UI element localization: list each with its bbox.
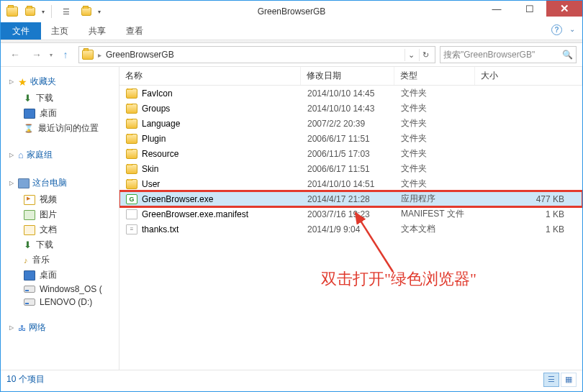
file-row[interactable]: thanks.txt2014/1/9 9:04文本文档1 KB [119, 222, 582, 237]
view-icons-button[interactable]: ▦ [561, 373, 577, 387]
nav-up-button[interactable]: ↑ [57, 46, 74, 63]
col-date[interactable]: 修改日期 [301, 67, 394, 85]
sidebar-item-downloads2[interactable]: ⬇下载 [8, 237, 119, 252]
address-drop-icon[interactable]: ⌄ [405, 49, 417, 61]
file-date: 2014/10/10 14:43 [302, 104, 395, 114]
file-row[interactable]: Groups2014/10/10 14:43文件夹 [119, 101, 582, 116]
ribbon-file-tab[interactable]: 文件 [1, 22, 41, 40]
file-date: 2014/1/9 9:04 [302, 224, 395, 234]
file-type: 文本文档 [395, 223, 476, 235]
sidebar-item-pictures[interactable]: 图片 [8, 207, 119, 222]
window-title: GreenBrowserGB [258, 6, 326, 17]
search-input[interactable]: 搜索"GreenBrowserGB" 🔍 [440, 46, 577, 63]
file-date: 2014/10/10 14:51 [302, 179, 395, 189]
search-icon[interactable]: 🔍 [562, 50, 573, 60]
sidebar-item-desktop[interactable]: 桌面 [8, 106, 119, 121]
file-size: 1 KB [476, 209, 582, 219]
file-type: 应用程序 [395, 193, 476, 205]
file-txt-icon [126, 224, 137, 234]
qat-newfolder-icon[interactable] [78, 4, 94, 19]
file-folder-icon [126, 104, 137, 114]
desktop-icon [24, 270, 35, 281]
file-exe-icon [126, 194, 137, 204]
qat-app-icon[interactable] [22, 4, 38, 19]
status-bar: 10 个项目 ☰ ▦ [1, 370, 582, 388]
file-size: 477 KB [476, 194, 582, 204]
file-row[interactable]: Language2007/2/2 20:39文件夹 [119, 116, 582, 131]
file-name: thanks.txt [142, 224, 178, 234]
pc-icon [18, 178, 30, 188]
status-item-count: 10 个项目 [6, 373, 45, 386]
file-type: 文件夹 [395, 147, 476, 160]
nav-history-drop-icon[interactable]: ▾ [50, 52, 53, 58]
file-row[interactable]: Skin2006/6/17 11:51文件夹 [119, 161, 582, 176]
breadcrumb-item[interactable]: GreenBrowserGB [106, 50, 174, 60]
col-type[interactable]: 类型 [394, 67, 475, 85]
sidebar-item-recent[interactable]: ⌛最近访问的位置 [8, 121, 119, 136]
ribbon-expand-icon[interactable]: ⌄ [569, 25, 575, 33]
sidebar-thispc[interactable]: ▷这台电脑 [9, 177, 119, 189]
qat-app-drop-icon[interactable]: ▾ [42, 9, 45, 15]
sidebar-item-music[interactable]: ♪音乐 [8, 252, 119, 268]
ribbon-tabs: 文件 主页 共享 查看 ⌄ ? [1, 22, 582, 40]
ribbon-tab-home[interactable]: 主页 [41, 22, 78, 40]
ribbon-tab-view[interactable]: 查看 [116, 22, 153, 40]
minimize-button[interactable]: — [480, 1, 513, 17]
nav-back-button[interactable]: ← [6, 46, 24, 63]
file-name: Groups [142, 104, 170, 114]
file-date: 2003/7/16 19:23 [302, 209, 395, 219]
chevron-right-icon[interactable]: ▸ [98, 51, 101, 59]
file-type: 文件夹 [395, 87, 476, 99]
col-size[interactable]: 大小 [475, 67, 582, 85]
nav-tree: ▷★收藏夹 ⬇下载 桌面 ⌛最近访问的位置 ▷⌂家庭组 ▷这台电脑 视频 图片 … [1, 67, 119, 370]
nav-forward-button[interactable]: → [28, 46, 45, 63]
sidebar-network[interactable]: ▷🖧网络 [9, 322, 119, 334]
sidebar-item-ddrive[interactable]: LENOVO (D:) [8, 296, 119, 309]
sidebar-favorites[interactable]: ▷★收藏夹 [9, 76, 119, 88]
file-name: Resource [142, 149, 178, 159]
qat-properties-icon[interactable]: ☰ [58, 4, 74, 19]
disk-icon [24, 298, 35, 306]
file-type: 文件夹 [395, 102, 476, 114]
window-folder-icon [6, 6, 18, 17]
homegroup-icon: ⌂ [18, 150, 24, 160]
address-bar[interactable]: ▸ GreenBrowserGB ⌄ ↻ [78, 46, 435, 63]
file-name: FavIcon [142, 88, 173, 99]
sidebar-item-cdrive[interactable]: Windows8_OS ( [8, 283, 119, 296]
file-row[interactable]: GreenBrowser.exe2014/4/17 21:28应用程序477 K… [119, 191, 582, 206]
ribbon-tab-share[interactable]: 共享 [78, 22, 116, 40]
file-row[interactable]: Plugin2006/6/17 11:51文件夹 [119, 131, 582, 146]
col-name[interactable]: 名称 [119, 67, 301, 85]
file-row[interactable]: GreenBrowser.exe.manifest2003/7/16 19:23… [119, 206, 582, 222]
file-row[interactable]: User2014/10/10 14:51文件夹 [119, 176, 582, 191]
ribbon-help-icon[interactable]: ? [551, 24, 562, 35]
disk-icon [24, 286, 35, 293]
qat-customize-drop-icon[interactable]: ▾ [98, 9, 101, 15]
file-row[interactable]: FavIcon2014/10/10 14:45文件夹 [119, 86, 582, 101]
address-folder-icon [82, 50, 94, 60]
sidebar-homegroup[interactable]: ▷⌂家庭组 [9, 149, 119, 161]
file-rows[interactable]: FavIcon2014/10/10 14:45文件夹Groups2014/10/… [119, 86, 582, 370]
refresh-icon[interactable]: ↻ [419, 49, 432, 61]
sidebar-item-downloads[interactable]: ⬇下载 [8, 91, 119, 106]
file-name: Skin [142, 164, 158, 174]
qat: ▾ ☰ ▾ [1, 4, 101, 19]
music-icon: ♪ [24, 255, 28, 265]
file-type: 文件夹 [395, 163, 476, 175]
file-date: 2006/6/17 11:51 [302, 164, 395, 174]
star-icon: ★ [18, 76, 27, 88]
sidebar-item-videos[interactable]: 视频 [8, 192, 119, 207]
close-button[interactable]: ✕ [546, 1, 582, 17]
file-type: MANIFEST 文件 [395, 208, 476, 220]
file-name: Plugin [142, 134, 166, 144]
file-folder-icon [126, 119, 137, 129]
file-row[interactable]: Resource2006/11/5 17:03文件夹 [119, 146, 582, 161]
view-details-button[interactable]: ☰ [543, 373, 559, 387]
sidebar-item-desktop2[interactable]: 桌面 [8, 268, 119, 283]
qat-separator [51, 5, 52, 18]
file-folder-icon [126, 164, 137, 174]
sidebar-item-documents[interactable]: 文档 [8, 222, 119, 237]
maximize-button[interactable]: ☐ [513, 1, 546, 17]
file-type: 文件夹 [395, 132, 476, 145]
file-date: 2007/2/2 20:39 [302, 119, 395, 129]
